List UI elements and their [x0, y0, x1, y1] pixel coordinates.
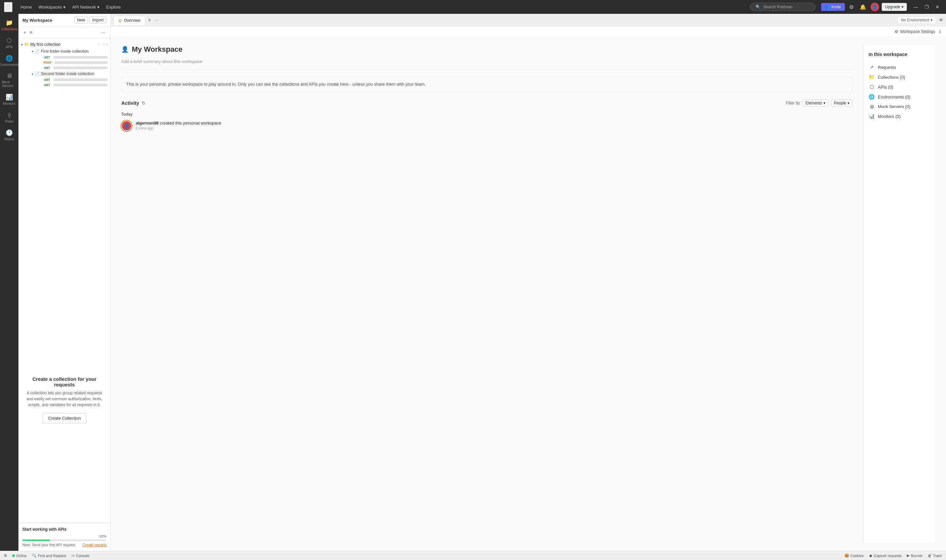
- sidebar-item-collections[interactable]: 📁 Collections: [1, 17, 18, 34]
- grid-icon: ⊞: [4, 554, 7, 558]
- create-request-link[interactable]: Create request: [82, 543, 106, 547]
- expand-icon[interactable]: ›: [106, 43, 108, 46]
- settings-icon-button[interactable]: ⚙: [848, 2, 855, 12]
- titlebar: ☰ Home Workspaces ▾ API Network ▾ Explor…: [0, 0, 946, 14]
- people-label: People: [834, 101, 846, 105]
- ws-item-requests[interactable]: ↗ Requests: [869, 62, 930, 72]
- activity-header: Activity ↻ Filter by Elements ▾ People ▾: [121, 100, 852, 107]
- activity-text: algernon98 created this personal workspa…: [136, 120, 221, 126]
- create-collection-button[interactable]: Create Collection: [43, 413, 87, 423]
- ws-monitors-icon: 📊: [869, 113, 875, 119]
- notifications-button[interactable]: 🔔: [858, 2, 868, 12]
- method-get-badge: GET: [42, 66, 52, 70]
- elements-filter[interactable]: Elements ▾: [803, 100, 828, 107]
- workspace-settings-label: Workspace Settings: [900, 29, 935, 34]
- summary-placeholder-text[interactable]: Add a brief summary about this workspace: [121, 59, 852, 69]
- progress-bar-fill: [22, 540, 50, 541]
- console-label: Console: [76, 554, 89, 558]
- runner-item[interactable]: ▶ Runner: [907, 554, 923, 558]
- nav-workspaces[interactable]: Workspaces ▾: [36, 3, 68, 11]
- cookies-label: Cookies: [851, 554, 864, 558]
- refresh-icon[interactable]: ↻: [142, 100, 146, 106]
- main-area: ⊙ Overview + ··· No Environment ▾ 👁 ⚙ Wo…: [111, 14, 946, 551]
- request-item[interactable]: GET: [30, 65, 111, 71]
- avatar[interactable]: 👤: [871, 3, 879, 11]
- add-collection-icon[interactable]: +: [22, 29, 27, 36]
- upgrade-button[interactable]: Upgrade ▾: [882, 3, 907, 11]
- sidebar-item-monitors[interactable]: 📊 Monitors: [1, 91, 18, 108]
- close-button[interactable]: ✕: [933, 3, 942, 11]
- settings-sliders-icon: ⚙: [895, 29, 898, 34]
- sidebar-item-environments[interactable]: 🌐 Environments: [1, 52, 18, 69]
- titlebar-nav: Home Workspaces ▾ API Network ▾ Explore: [18, 3, 744, 11]
- invite-button[interactable]: 👥 Invite: [821, 3, 845, 11]
- tab-overview-label: Overview: [124, 18, 140, 23]
- new-button[interactable]: New: [74, 17, 88, 24]
- tab-overview[interactable]: ⊙ Overview: [113, 16, 145, 25]
- online-dot: [12, 554, 15, 557]
- bottom-progress: Start working with APIs 33% Next: Send y…: [18, 523, 111, 551]
- today-label: Today: [121, 112, 852, 117]
- info-circle-icon[interactable]: ℹ: [939, 29, 941, 34]
- elements-chevron-icon: ▾: [823, 101, 825, 105]
- console-item[interactable]: ▭ Console: [71, 554, 89, 558]
- collection-header[interactable]: ▾ 📁 My first collection ☆ ··· ›: [18, 41, 111, 48]
- request-item[interactable]: GET: [30, 77, 111, 82]
- ws-requests-label: Requests: [878, 65, 930, 70]
- minimize-button[interactable]: —: [911, 3, 921, 11]
- collection-more-icon[interactable]: ···: [102, 42, 105, 47]
- flows-icon: ⟠: [8, 111, 11, 118]
- find-replace-item[interactable]: 🔍 Find and Replace: [32, 554, 66, 558]
- overview-main: 👤 My Workspace Add a brief summary about…: [121, 45, 852, 543]
- ws-item-collections[interactable]: 📁 Collections (0): [869, 72, 930, 82]
- collection-folder-icon: 📁: [24, 42, 29, 47]
- trash-item[interactable]: 🗑 Trash: [928, 554, 942, 558]
- create-collection-area: Create a collection for your requests A …: [18, 277, 111, 523]
- env-eye-icon[interactable]: 👁: [939, 17, 943, 23]
- sidebar-item-history[interactable]: 🕐 History: [1, 126, 18, 144]
- nav-explore[interactable]: Explore: [103, 3, 123, 11]
- capture-icon: ⏺: [869, 554, 872, 558]
- cookies-item[interactable]: 🍪 Cookies: [844, 554, 864, 558]
- nav-api-network[interactable]: API Network ▾: [69, 3, 102, 11]
- grid-status-item[interactable]: ⊞: [4, 554, 7, 558]
- ws-item-environments[interactable]: 🌐 Environments (0): [869, 92, 930, 102]
- find-replace-icon: 🔍: [32, 554, 37, 558]
- request-item[interactable]: POST: [30, 60, 111, 65]
- folder-2-header[interactable]: ▾ 📄 Second folder inside collection: [24, 71, 111, 77]
- collections-more-icon[interactable]: ···: [100, 29, 106, 36]
- apis-icon: ⬡: [6, 37, 12, 44]
- search-bar[interactable]: 🔍 Search Postman: [750, 3, 816, 11]
- workspace-settings-link[interactable]: ⚙ Workspace Settings: [895, 29, 935, 34]
- hamburger-menu[interactable]: ☰: [4, 2, 12, 12]
- filter-icon[interactable]: ≡: [28, 29, 33, 36]
- nav-home[interactable]: Home: [18, 3, 35, 11]
- method-get-badge: GET: [42, 78, 52, 82]
- people-filter[interactable]: People ▾: [831, 100, 852, 107]
- star-icon[interactable]: ☆: [97, 42, 100, 47]
- method-post-badge: POST: [42, 61, 53, 65]
- request-item[interactable]: GET: [30, 82, 111, 88]
- tabs-more-button[interactable]: ···: [154, 16, 160, 24]
- add-tab-button[interactable]: +: [145, 16, 154, 25]
- right-sidebar: In this workspace ↗ Requests 📁 Collectio…: [863, 45, 935, 543]
- overview-header: ⚙ Workspace Settings ℹ: [111, 26, 946, 37]
- sidebar-item-flows[interactable]: ⟠ Flows: [1, 109, 18, 126]
- online-status-item[interactable]: Online: [12, 554, 27, 558]
- restore-button[interactable]: ❐: [922, 3, 932, 11]
- request-item[interactable]: GET: [30, 55, 111, 60]
- folder-1: ▾ 📄 First folder inside collection GET P…: [18, 48, 111, 71]
- sidebar-item-apis[interactable]: ⬡ APIs: [1, 34, 18, 51]
- ws-item-monitors[interactable]: 📊 Monitors (0): [869, 111, 930, 121]
- folder-icon: 📄: [35, 49, 40, 54]
- environments-icon: 🌐: [6, 55, 13, 62]
- ws-item-mock-servers[interactable]: 🖥 Mock Servers (0): [869, 102, 930, 111]
- icon-sidebar: 📁 Collections ⬡ APIs 🌐 Environments 🖥 Mo…: [0, 14, 18, 551]
- folder-1-header[interactable]: ▾ 📄 First folder inside collection: [24, 48, 111, 55]
- environment-selector[interactable]: No Environment ▾: [897, 16, 936, 24]
- find-replace-label: Find and Replace: [38, 554, 66, 558]
- import-button[interactable]: Import: [89, 17, 106, 24]
- sidebar-item-mock-servers[interactable]: 🖥 Mock Servers: [1, 70, 18, 90]
- ws-item-apis[interactable]: ⬡ APIs (0): [869, 82, 930, 92]
- capture-requests-item[interactable]: ⏺ Capture requests: [869, 554, 901, 558]
